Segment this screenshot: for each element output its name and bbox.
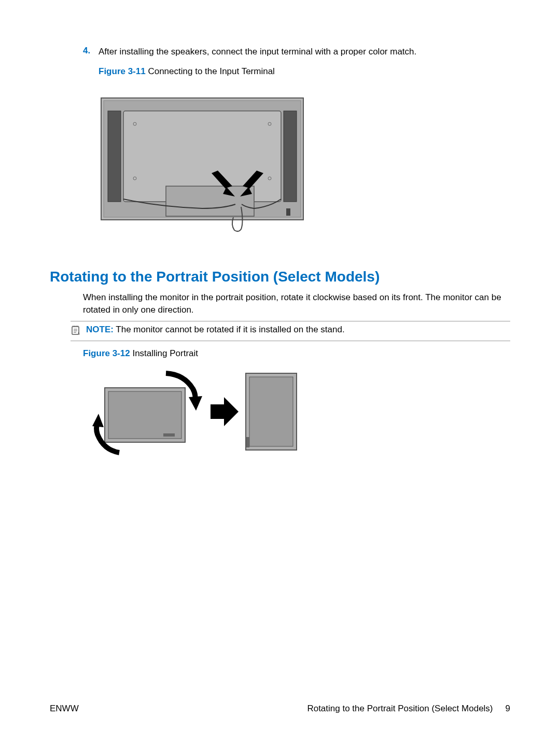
page-number: 9 (506, 704, 510, 714)
arrow-right-icon (211, 397, 239, 426)
svg-rect-20 (246, 437, 249, 447)
note-label: NOTE: (86, 325, 114, 334)
footer-left: ENWW (50, 704, 79, 714)
figure-image-2 (83, 367, 510, 462)
step-row: 4. After installing the speakers, connec… (83, 46, 510, 58)
figure-label-1: Figure 3-11 (99, 66, 146, 76)
figure-title-2: Installing Portrait (130, 348, 198, 358)
figure-title-1: Connecting to the Input Terminal (146, 66, 275, 76)
step-text: After installing the speakers, connect t… (99, 46, 416, 58)
svg-rect-17 (163, 433, 175, 437)
section-heading: Rotating to the Portrait Position (Selec… (50, 269, 510, 285)
step-number: 4. (83, 46, 99, 58)
footer-section-title: Rotating to the Portrait Position (Selec… (307, 704, 493, 714)
svg-rect-9 (166, 186, 254, 216)
svg-rect-19 (249, 377, 293, 446)
figure-image-1 (99, 95, 510, 243)
svg-rect-10 (286, 208, 290, 216)
svg-rect-2 (108, 111, 121, 202)
svg-rect-16 (108, 391, 181, 439)
footer: ENWW Rotating to the Portrait Position (… (50, 704, 510, 714)
figure-caption-2: Figure 3-12 Installing Portrait (83, 348, 510, 359)
note-box: NOTE: The monitor cannot be rotated if i… (71, 321, 510, 341)
svg-rect-3 (284, 111, 297, 202)
note-icon (71, 325, 83, 338)
figure-label-2: Figure 3-12 (83, 348, 130, 358)
figure-caption-1: Figure 3-11 Connecting to the Input Term… (99, 66, 510, 77)
body-text: When installing the monitor in the portr… (83, 291, 510, 316)
note-text: The monitor cannot be rotated if it is i… (114, 325, 345, 334)
